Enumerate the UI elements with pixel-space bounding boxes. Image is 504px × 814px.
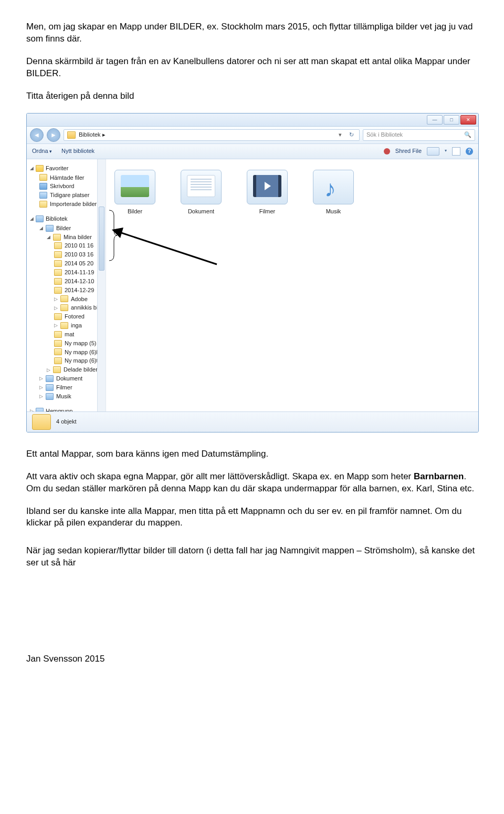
sidebar-item[interactable]: Ny mapp (6)träd (30, 356, 103, 365)
chevron-down-icon: ◢ (30, 165, 34, 171)
sidebar-item[interactable]: Hämtade filer (30, 173, 103, 182)
chevron-down-icon: ◢ (47, 234, 50, 240)
folder-icon (54, 313, 62, 320)
preview-pane-icon[interactable] (452, 147, 460, 156)
folder-icon (39, 201, 47, 208)
chevron-down-icon: ◢ (30, 215, 34, 222)
paragraph-1b: Denna skärmbild är tagen från en av Kane… (26, 56, 478, 80)
status-text: 4 objekt (56, 418, 77, 426)
folder-icon (54, 348, 62, 355)
folder-icon (54, 251, 62, 258)
sidebar-item[interactable]: ▷annikkis bilder (30, 303, 103, 312)
library-musik[interactable]: Musik (310, 170, 357, 215)
close-button[interactable]: ✕ (460, 115, 476, 125)
view-menu-icon[interactable] (427, 147, 439, 156)
folder-icon (54, 269, 62, 276)
paragraph-4: Att vara aktiv och skapa egna Mappar, gö… (26, 471, 478, 495)
help-icon[interactable]: ? (466, 148, 473, 155)
shred-icon (384, 148, 390, 154)
sidebar-item[interactable]: 2014-12-29 (30, 286, 103, 295)
homegroup-header[interactable]: ▷Hemgrupp (30, 407, 103, 411)
sidebar-item[interactable]: 2014-12-10 (30, 277, 103, 286)
recent-icon (39, 192, 47, 199)
chevron-right-icon: ▷ (39, 384, 43, 390)
folder-icon (53, 366, 61, 373)
pictures-icon (46, 225, 54, 232)
shred-file-button[interactable]: Shred File (395, 147, 422, 155)
sidebar-item-bilder[interactable]: ◢Bilder (30, 224, 103, 233)
sidebar-item[interactable]: ▷Musik (30, 392, 103, 401)
sidebar-item[interactable]: Skrivbord (30, 182, 103, 191)
library-bilder[interactable]: Bilder (111, 170, 159, 215)
minimize-button[interactable]: — (427, 115, 443, 125)
documents-icon (46, 375, 54, 382)
view-dropdown-icon[interactable]: ▾ (445, 148, 447, 154)
folder-icon (60, 322, 68, 329)
chevron-right-icon: ▷ (54, 305, 58, 311)
library-label: Bilder (111, 208, 159, 215)
forward-button[interactable]: ► (47, 128, 60, 142)
sidebar: ◢Favoriter Hämtade filer Skrivbord Tidig… (27, 159, 106, 411)
bold-text: Barnbarnen (414, 471, 464, 481)
scrollbar-thumb[interactable] (99, 207, 104, 271)
folder-icon (54, 331, 62, 338)
new-library-button[interactable]: Nytt bibliotek (61, 147, 94, 155)
paragraph-1a: Men, om jag skapar en Mapp under BILDER,… (26, 21, 478, 45)
main-pane: Bilder Dokument Filmer Musik (106, 159, 478, 411)
sidebar-item[interactable]: Importerade bilder och (30, 200, 103, 209)
sidebar-item[interactable]: ▷Adobe (30, 295, 103, 304)
sidebar-item[interactable]: 2014-11-19 (30, 268, 103, 277)
explorer-body: ◢Favoriter Hämtade filer Skrivbord Tidig… (27, 159, 478, 411)
status-bar: 4 objekt (27, 411, 478, 432)
sidebar-item[interactable]: Fotored (30, 312, 103, 321)
libraries-header[interactable]: ◢Bibliotek (30, 215, 103, 223)
address-text: Bibliotek ▸ (79, 131, 106, 139)
music-library-icon (313, 170, 354, 204)
library-dokument[interactable]: Dokument (177, 170, 225, 215)
chevron-right-icon: ▷ (47, 367, 50, 373)
folder-icon (54, 340, 62, 347)
sidebar-item[interactable]: 2010 01 16 (30, 241, 103, 250)
sidebar-item[interactable]: ▷Filmer (30, 383, 103, 392)
library-label: Musik (310, 208, 357, 215)
address-dropdown-icon[interactable]: ▾ (337, 131, 344, 139)
folder-icon (67, 131, 76, 139)
window-titlebar: — □ ✕ (27, 114, 478, 127)
chevron-right-icon: ▷ (39, 393, 43, 399)
sidebar-scrollbar[interactable] (97, 159, 106, 411)
star-icon (36, 165, 44, 172)
folder-icon (53, 234, 61, 241)
search-input[interactable]: Sök i Bibliotek 🔍 (363, 129, 475, 141)
sidebar-item[interactable]: 2010 03 16 (30, 250, 103, 259)
maximize-button[interactable]: □ (444, 115, 459, 125)
folder-icon (60, 304, 68, 311)
address-bar[interactable]: Bibliotek ▸ ▾ ↻ (64, 129, 360, 141)
folder-icon (54, 260, 62, 267)
organize-menu[interactable]: Ordna (32, 147, 52, 155)
chevron-right-icon: ▷ (30, 408, 34, 411)
pictures-library-icon (114, 170, 155, 204)
library-label: Dokument (177, 208, 225, 215)
library-filmer[interactable]: Filmer (244, 170, 291, 215)
chevron-right-icon: ▷ (54, 296, 58, 302)
favorites-header[interactable]: ◢Favoriter (30, 164, 103, 172)
paragraph-2: Titta återigen på denna bild (26, 90, 478, 102)
sidebar-item[interactable]: ▷inga (30, 321, 103, 330)
refresh-icon[interactable]: ↻ (347, 131, 356, 139)
sidebar-item[interactable]: ▷Dokument (30, 374, 103, 383)
chevron-right-icon: ▷ (39, 375, 43, 382)
sidebar-item[interactable]: ▷Delade bilder (30, 365, 103, 374)
sidebar-item[interactable]: mat (30, 330, 103, 339)
sidebar-item-mina-bilder[interactable]: ◢Mina bilder (30, 233, 103, 242)
chevron-right-icon: ▷ (54, 322, 58, 328)
back-button[interactable]: ◄ (30, 128, 44, 142)
chevron-down-icon: ◢ (39, 225, 43, 231)
sidebar-item[interactable]: 2014 05 20 (30, 259, 103, 268)
videos-library-icon (247, 170, 288, 204)
sidebar-item[interactable]: Ny mapp (6)bilar (30, 348, 103, 357)
library-icon (36, 215, 44, 222)
sidebar-item[interactable]: Ny mapp (5) (30, 339, 103, 348)
page-footer: Jan Svensson 2015 (26, 653, 478, 665)
sidebar-item[interactable]: Tidigare platser (30, 191, 103, 200)
library-label: Filmer (244, 208, 291, 215)
